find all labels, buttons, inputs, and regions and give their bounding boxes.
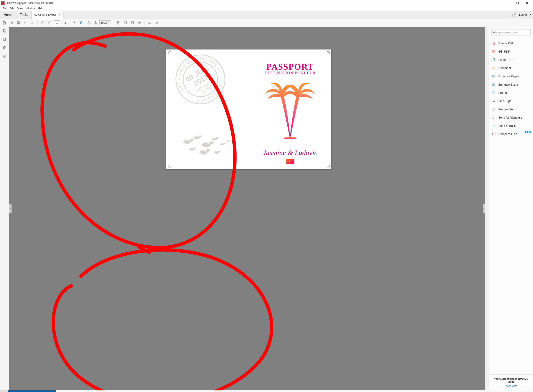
- attachment-icon[interactable]: [2, 46, 7, 51]
- fit-page-icon[interactable]: [122, 20, 129, 26]
- prev-page-icon[interactable]: [40, 20, 46, 26]
- document-tab[interactable]: 00 Cover copy.pdf ✕: [31, 11, 64, 19]
- send-signature-icon: x|x: [492, 116, 496, 120]
- layers-icon[interactable]: [2, 54, 7, 59]
- zoom-select[interactable]: 100%▾: [99, 20, 111, 25]
- heart-badge-icon: ♡: [286, 159, 294, 164]
- search-icon[interactable]: [29, 20, 36, 26]
- window-close-button[interactable]: [522, 0, 532, 6]
- page-number-input[interactable]: [54, 20, 60, 25]
- palm-trees-graphic: [261, 76, 319, 140]
- tool-item-label: Create PDF: [498, 42, 514, 45]
- zoom-in-icon[interactable]: [92, 20, 98, 26]
- svg-point-58: [495, 126, 495, 126]
- mail-icon[interactable]: [22, 20, 28, 26]
- nav-home[interactable]: Home: [0, 11, 16, 19]
- svg-point-13: [31, 22, 33, 23]
- svg-rect-23: [117, 23, 119, 24]
- tool-item-label: Send & Track: [498, 124, 516, 127]
- prepare-form-icon: [492, 107, 496, 111]
- window-minimize-button[interactable]: [503, 0, 513, 6]
- svg-rect-2: [2, 2, 4, 4]
- bookmark-icon[interactable]: [2, 37, 7, 42]
- tool-item-organize[interactable]: Organize Pages: [489, 72, 533, 80]
- svg-point-51: [493, 84, 494, 85]
- fit-width-icon[interactable]: [129, 20, 135, 26]
- save-icon[interactable]: [1, 20, 7, 26]
- menu-window[interactable]: Window: [24, 7, 37, 10]
- user-name[interactable]: David: [519, 13, 527, 17]
- tool-item-label: Edit PDF: [498, 50, 510, 53]
- comment-bubble-icon[interactable]: [147, 20, 153, 26]
- right-tools-panel: Create PDFEdit PDFExport PDFCommentOrgan…: [489, 27, 533, 390]
- tool-item-protect[interactable]: Protect: [489, 89, 533, 97]
- compare-icon: [492, 132, 496, 136]
- acrobat-app-icon: [1, 1, 5, 5]
- tool-item-edit-pdf[interactable]: Edit PDF: [489, 47, 533, 56]
- tool-item-prepare-form[interactable]: Prepare Form: [489, 105, 533, 113]
- fill-sign-icon: [492, 99, 496, 103]
- menu-edit[interactable]: Edit: [8, 7, 16, 10]
- tool-item-create-pdf[interactable]: Create PDF: [489, 39, 533, 47]
- comment-icon: [492, 66, 496, 70]
- svg-rect-8: [4, 23, 5, 24]
- plan-info: Your current plan is Creative Cloud Lear…: [489, 374, 533, 390]
- tool-list: Create PDFEdit PDFExport PDFCommentOrgan…: [489, 38, 533, 374]
- tool-item-export-pdf[interactable]: Export PDF: [489, 56, 533, 64]
- thumbnails-icon[interactable]: [2, 29, 7, 34]
- scroll-up-icon[interactable]: ▴: [485, 27, 489, 30]
- highlighter-icon[interactable]: [154, 20, 160, 26]
- svg-rect-48: [492, 75, 494, 77]
- svg-point-39: [217, 68, 220, 70]
- menu-view[interactable]: View: [16, 7, 24, 10]
- protect-icon: [492, 91, 496, 95]
- tool-item-comment[interactable]: Comment: [489, 64, 533, 72]
- learn-more-link[interactable]: Learn More: [491, 385, 531, 387]
- tool-item-send-track[interactable]: Send & Track: [489, 122, 533, 130]
- tool-item-enhance[interactable]: Enhance Scans: [489, 80, 533, 89]
- page-separator: /: [61, 21, 63, 24]
- user-menu-chevron-icon[interactable]: ▾: [530, 14, 531, 16]
- tool-item-label: Protect: [498, 91, 507, 94]
- menu-help[interactable]: Help: [37, 7, 45, 10]
- fit-continuous-icon[interactable]: [115, 20, 121, 26]
- print-icon[interactable]: [15, 20, 21, 26]
- collapse-left-handle[interactable]: ◂: [9, 204, 12, 213]
- svg-line-14: [33, 23, 34, 24]
- send-track-icon: [492, 124, 496, 128]
- crop-mark-icon: [168, 51, 171, 54]
- tool-item-label: Fill & Sign: [498, 99, 511, 103]
- tool-item-label: Export PDF: [498, 58, 513, 61]
- hand-tool-icon[interactable]: [78, 20, 84, 26]
- svg-rect-4: [517, 2, 519, 4]
- cloud-upload-icon[interactable]: [8, 20, 14, 26]
- birds-graphic: [179, 132, 241, 159]
- crop-mark-icon: [168, 165, 171, 168]
- pointer-tool-icon[interactable]: [71, 20, 78, 26]
- svg-point-40: [283, 137, 297, 139]
- vertical-scrollbar[interactable]: ▴: [485, 27, 489, 390]
- window-maximize-button[interactable]: [513, 0, 522, 6]
- zoom-out-icon[interactable]: [85, 20, 92, 26]
- tool-item-compare[interactable]: Compare FilesNEW: [489, 130, 533, 138]
- read-mode-icon[interactable]: [136, 20, 143, 26]
- edit-pdf-icon: [492, 50, 496, 54]
- collapse-right-handle[interactable]: ▸: [483, 204, 485, 213]
- names-text: Jasmine & Ludovic: [253, 149, 327, 157]
- nav-tools[interactable]: Tools: [16, 11, 31, 19]
- help-icon[interactable]: ?: [512, 13, 516, 17]
- tool-item-label: Enhance Scans: [498, 83, 519, 86]
- next-page-icon[interactable]: [47, 20, 53, 26]
- document-viewport[interactable]: ◂ ▸ 08 JUIL 2017 Saint-Martin SXM: [9, 27, 489, 390]
- tool-item-send-signature[interactable]: x|xSend for Signature: [489, 113, 533, 122]
- new-badge: NEW: [525, 131, 531, 133]
- svg-rect-29: [4, 30, 5, 32]
- tool-item-fill-sign[interactable]: Fill & Sign: [489, 97, 533, 105]
- menu-file[interactable]: File: [1, 7, 8, 10]
- tool-search-input[interactable]: [491, 29, 531, 35]
- document-tab-label: 00 Cover copy.pdf: [34, 13, 56, 16]
- close-tab-icon[interactable]: ✕: [58, 13, 61, 17]
- tool-item-label: Compare Files: [498, 132, 517, 136]
- organize-icon: [492, 74, 496, 78]
- svg-rect-49: [494, 75, 495, 77]
